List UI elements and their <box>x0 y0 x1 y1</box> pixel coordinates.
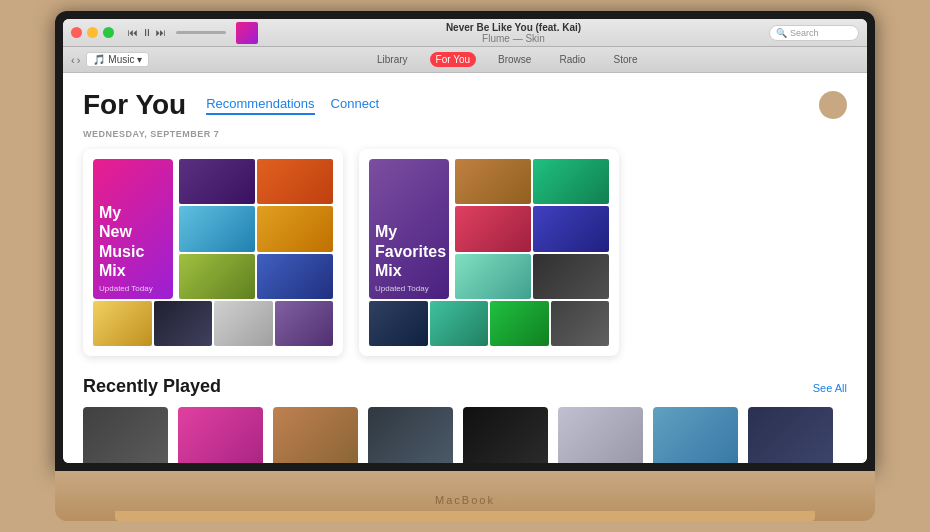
fav-art-5 <box>455 254 531 299</box>
macbook-bottom-bar: MacBook <box>55 471 875 521</box>
macbook-chin <box>115 511 815 521</box>
fav-art-4 <box>533 206 609 251</box>
favorites-mix-main-art: MyFavoritesMix Updated Today <box>369 159 449 299</box>
fav-art-2 <box>533 159 609 204</box>
volume-slider[interactable] <box>176 31 226 34</box>
mix-art-2 <box>257 159 333 204</box>
album-cover-4 <box>463 407 548 463</box>
track-title: Never Be Like You (feat. Kai) <box>264 22 763 33</box>
album-cover-0 <box>83 407 168 463</box>
recently-played-header: Recently Played See All <box>83 376 847 397</box>
sub-tabs: Recommendations Connect <box>206 96 379 115</box>
favorites-mix-title: MyFavoritesMix <box>375 222 443 280</box>
sub-tab-recommendations[interactable]: Recommendations <box>206 96 314 115</box>
fav-art-b2 <box>430 301 489 346</box>
album-cover-6 <box>653 407 738 463</box>
album-cover-2 <box>273 407 358 463</box>
macbook-label: MacBook <box>435 494 495 506</box>
mix-cards-row: MyNew MusicMix Updated Today <box>83 149 847 356</box>
date-label: WEDNESDAY, SEPTEMBER 7 <box>83 129 847 139</box>
new-music-mix-header: MyNew MusicMix Updated Today <box>93 159 333 299</box>
macbook-wrapper: ⏮ ⏸ ⏭ Never Be Like You (feat. Kai) Flum… <box>55 11 875 521</box>
sub-tab-connect[interactable]: Connect <box>331 96 379 115</box>
tab-radio[interactable]: Radio <box>553 52 591 67</box>
album-cover-3 <box>368 407 453 463</box>
tab-browse[interactable]: Browse <box>492 52 537 67</box>
fav-art-6 <box>533 254 609 299</box>
nav-tabs: Library For You Browse Radio Store <box>155 52 859 67</box>
breadcrumb[interactable]: 🎵 Music ▾ <box>86 52 149 67</box>
mix-art-6 <box>257 254 333 299</box>
titlebar-track-info: Never Be Like You (feat. Kai) Flume — Sk… <box>264 22 763 44</box>
chevron-down-icon: ▾ <box>137 54 142 65</box>
page-title: For You <box>83 89 186 121</box>
tab-library[interactable]: Library <box>371 52 414 67</box>
album-item-5[interactable]: Nothing's Real Shura <box>558 407 643 463</box>
search-icon: 🔍 <box>776 28 787 38</box>
mix-art-b1 <box>93 301 152 346</box>
fav-art-b1 <box>369 301 428 346</box>
album-cover-7 <box>748 407 833 463</box>
content-area: For You Recommendations Connect WEDNESDA… <box>63 73 867 463</box>
fav-art-b3 <box>490 301 549 346</box>
titlebar: ⏮ ⏸ ⏭ Never Be Like You (feat. Kai) Flum… <box>63 19 867 47</box>
album-cover-5 <box>558 407 643 463</box>
rewind-button[interactable]: ⏮ <box>128 27 138 38</box>
favorites-mix-card[interactable]: MyFavoritesMix Updated Today <box>359 149 619 356</box>
mix-art-5 <box>179 254 255 299</box>
album-item-4[interactable]: Ride into the Unknown Bedouin <box>463 407 548 463</box>
new-music-mix-card[interactable]: MyNew MusicMix Updated Today <box>83 149 343 356</box>
see-all-button[interactable]: See All <box>813 382 847 394</box>
play-pause-button[interactable]: ⏸ <box>142 27 152 38</box>
album-item-6[interactable]: New Kingdom GIVERS <box>653 407 738 463</box>
album-item-7[interactable]: Thick as Thieves The Temper Trap <box>748 407 833 463</box>
transport-controls: ⏮ ⏸ ⏭ <box>128 27 166 38</box>
mix-art-b4 <box>275 301 334 346</box>
forward-button[interactable]: › <box>77 54 81 66</box>
new-music-updated: Updated Today <box>99 284 167 293</box>
tab-for-you[interactable]: For You <box>430 52 476 67</box>
recently-played-title: Recently Played <box>83 376 221 397</box>
minimize-button[interactable] <box>87 27 98 38</box>
favorites-side-grid <box>455 159 609 299</box>
search-box[interactable]: 🔍 Search <box>769 25 859 41</box>
fav-art-b4 <box>551 301 610 346</box>
fav-art-1 <box>455 159 531 204</box>
new-music-mix-main-art: MyNew MusicMix Updated Today <box>93 159 173 299</box>
mix-art-4 <box>257 206 333 251</box>
mix-art-b2 <box>154 301 213 346</box>
page-header: For You Recommendations Connect <box>83 89 847 121</box>
fullscreen-button[interactable] <box>103 27 114 38</box>
window-controls <box>71 27 114 38</box>
new-music-side-grid <box>179 159 333 299</box>
album-item-0[interactable]: Generation De Lux <box>83 407 168 463</box>
mix-art-b3 <box>214 301 273 346</box>
back-button[interactable]: ‹ <box>71 54 75 66</box>
tab-store[interactable]: Store <box>608 52 644 67</box>
track-artist: Flume — Skin <box>264 33 763 44</box>
fav-art-3 <box>455 206 531 251</box>
album-item-2[interactable]: Ology Gallant <box>273 407 358 463</box>
album-cover-1 <box>178 407 263 463</box>
current-track-art <box>236 22 258 44</box>
new-music-mix-title: MyNew MusicMix <box>99 203 167 280</box>
fast-forward-button[interactable]: ⏭ <box>156 27 166 38</box>
favorites-bottom-row <box>369 301 609 346</box>
avatar[interactable] <box>819 91 847 119</box>
album-item-1[interactable]: Mirage - EP Else <box>178 407 263 463</box>
recently-played-row: Generation De Lux Mirage - EP Else Ology… <box>83 407 847 463</box>
titlebar-right: 🔍 Search <box>769 25 859 41</box>
mix-art-3 <box>179 206 255 251</box>
search-placeholder: Search <box>790 28 819 38</box>
nav-arrows: ‹ › <box>71 54 80 66</box>
mix-art-1 <box>179 159 255 204</box>
favorites-updated: Updated Today <box>375 284 443 293</box>
music-icon: 🎵 <box>93 54 105 65</box>
breadcrumb-label: Music <box>108 54 134 65</box>
close-button[interactable] <box>71 27 82 38</box>
screen-inner: ⏮ ⏸ ⏭ Never Be Like You (feat. Kai) Flum… <box>63 19 867 463</box>
screen-bezel: ⏮ ⏸ ⏭ Never Be Like You (feat. Kai) Flum… <box>55 11 875 471</box>
album-item-3[interactable]: The Soft Bounce Beyond The Wizards Sleev… <box>368 407 453 463</box>
new-music-bottom-row <box>93 301 333 346</box>
toolbar: ‹ › 🎵 Music ▾ Library For You Browse Rad… <box>63 47 867 73</box>
